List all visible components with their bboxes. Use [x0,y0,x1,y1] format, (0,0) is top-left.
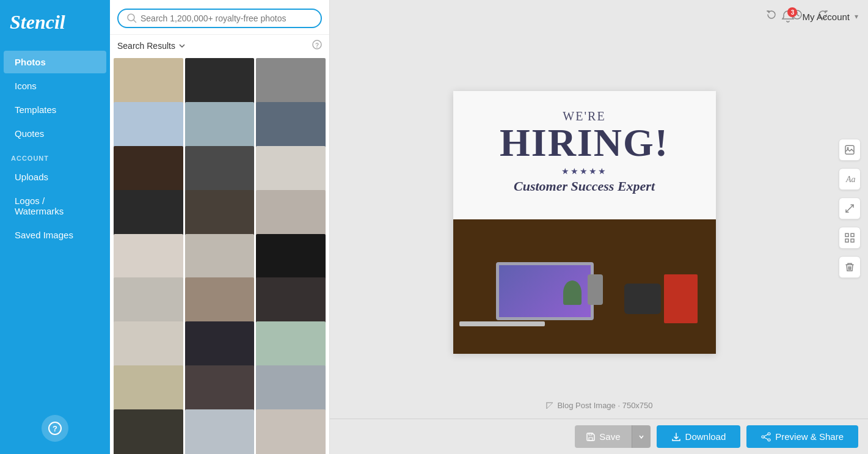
bottom-bar: Save Download Preview & Sha [330,419,868,454]
canvas-size-text: Blog Post Image · 750x750 [557,401,652,410]
svg-line-10 [850,205,853,208]
nav-list: Photos Icons Templates Quotes ACCOUNT Up… [0,49,110,409]
laptop-open [496,262,600,323]
search-results-label: Search Results [117,41,175,51]
save-dropdown-button[interactable] [632,425,651,448]
resize-corner-icon [545,401,553,410]
resize-icon [844,203,855,214]
svg-point-22 [762,436,764,438]
search-input-wrap [117,9,322,28]
sidebar-item-saved[interactable]: Saved Images [4,224,106,246]
main-area: 3 My Account ▾ [330,0,868,454]
canvas-size-label: Blog Post Image · 750x750 [545,401,652,410]
delete-icon [844,262,855,273]
photo-thumb[interactable] [114,409,183,454]
svg-text:Aa: Aa [845,175,855,184]
download-button[interactable]: Download [657,425,741,448]
right-tools-panel: Aa [839,139,861,278]
svg-rect-12 [845,233,848,236]
font-icon: Aa [844,174,855,185]
sidebar: Stencil Photos Icons Templates Quotes AC… [0,0,110,454]
photo-thumb[interactable] [256,409,326,454]
resize-tool-button[interactable] [839,197,861,219]
logo-area: Stencil [0,0,110,43]
font-tool-button[interactable]: Aa [839,168,861,190]
robot-figure [588,274,603,305]
sidebar-item-uploads[interactable]: Uploads [4,166,106,188]
help-icon: ? [48,422,62,435]
svg-line-11 [846,208,850,212]
svg-text:?: ? [53,424,57,433]
account-menu[interactable]: 3 My Account ▾ [779,7,858,26]
svg-rect-13 [851,233,854,236]
download-label: Download [685,431,726,442]
undo-icon [766,9,777,20]
save-label: Save [599,431,620,442]
save-button[interactable]: Save [575,425,631,448]
canvas-wrap: WE'RE HIRING! ★★★★★ Customer Success Exp… [330,26,868,419]
account-label: My Account [802,12,850,22]
canvas-subtitle: Customer Success Expert [514,178,655,194]
sidebar-item-photos[interactable]: Photos [4,51,106,73]
help-button[interactable]: ? [42,415,68,442]
canvas-desk-scene [453,207,716,354]
preview-share-label: Preview & Share [775,431,844,442]
sidebar-item-icons[interactable]: Icons [4,75,106,97]
macbook-closed [459,321,545,326]
save-icon [586,432,596,442]
canvas-stars: ★★★★★ [561,166,607,176]
image-icon [844,144,855,155]
search-bar-area [110,0,329,35]
grid-tool-button[interactable] [839,227,861,249]
svg-rect-20 [589,433,592,435]
sidebar-item-logos[interactable]: Logos / Watermarks [4,189,106,222]
svg-line-18 [851,266,852,269]
svg-line-17 [848,266,849,269]
svg-point-8 [847,147,849,148]
undo-button[interactable] [763,6,780,23]
svg-line-24 [764,434,768,436]
preview-share-button[interactable]: Preview & Share [746,425,858,448]
download-icon [671,432,681,442]
chevron-down-icon: ▾ [855,12,858,21]
app-logo[interactable]: Stencil [10,11,65,34]
delete-tool-button[interactable] [839,256,861,278]
svg-line-3 [134,20,136,23]
search-help-icon[interactable]: ? [310,40,322,52]
search-icon [127,13,137,23]
account-section-label: ACCOUNT [0,146,110,164]
share-icon [761,432,771,442]
grid-icon [844,232,855,243]
photo-thumb[interactable] [185,409,255,454]
plant-decoration [563,280,582,305]
canvas-hiring: HIRING! [500,123,669,163]
svg-text:?: ? [315,42,319,49]
search-input[interactable] [140,13,312,23]
photos-panel: Search Results ? [110,0,330,454]
dropdown-arrow-icon [638,434,644,440]
svg-line-25 [764,438,768,439]
search-results-header[interactable]: Search Results ? [110,35,329,56]
canvas[interactable]: WE'RE HIRING! ★★★★★ Customer Success Exp… [453,91,716,354]
red-book [664,274,698,323]
camera-object [624,284,661,314]
photos-grid [110,56,329,454]
image-tool-button[interactable] [839,139,861,161]
svg-point-21 [768,433,770,435]
svg-point-23 [768,439,770,441]
svg-rect-15 [851,239,854,242]
svg-rect-14 [845,239,848,242]
sidebar-item-quotes[interactable]: Quotes [4,122,106,145]
save-button-group: Save [575,425,650,448]
notification-badge: 3 [787,7,797,17]
notification-bell[interactable]: 3 [779,7,797,26]
chevron-down-icon [178,42,186,50]
sidebar-item-templates[interactable]: Templates [4,98,106,121]
